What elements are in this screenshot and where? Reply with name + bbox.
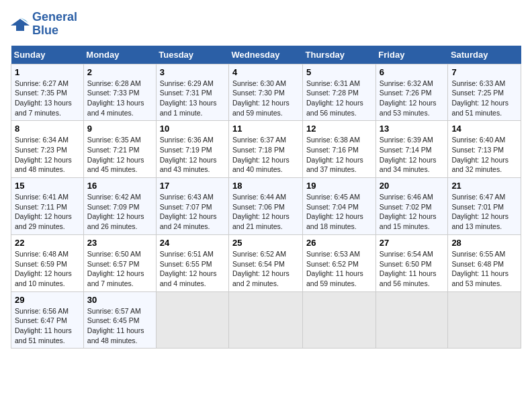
- day-number: 21: [451, 181, 517, 191]
- day-info: Sunrise: 6:40 AM Sunset: 7:13 PM Dayligh…: [451, 135, 517, 175]
- calendar-week-row: 22Sunrise: 6:48 AM Sunset: 6:59 PM Dayli…: [11, 234, 521, 291]
- day-number: 2: [87, 67, 152, 77]
- day-info: Sunrise: 6:55 AM Sunset: 6:48 PM Dayligh…: [451, 249, 517, 289]
- calendar-cell: [303, 291, 376, 349]
- weekday-header-wednesday: Wednesday: [229, 46, 303, 64]
- day-info: Sunrise: 6:47 AM Sunset: 7:01 PM Dayligh…: [451, 192, 517, 232]
- calendar-cell: 24Sunrise: 6:51 AM Sunset: 6:55 PM Dayli…: [156, 234, 228, 291]
- day-info: Sunrise: 6:31 AM Sunset: 7:28 PM Dayligh…: [306, 79, 372, 118]
- calendar-cell: 26Sunrise: 6:53 AM Sunset: 6:52 PM Dayli…: [303, 234, 376, 291]
- day-info: Sunrise: 6:42 AM Sunset: 7:09 PM Dayligh…: [87, 192, 152, 232]
- day-info: Sunrise: 6:51 AM Sunset: 6:55 PM Dayligh…: [160, 249, 225, 289]
- day-number: 3: [160, 67, 225, 77]
- day-number: 25: [232, 238, 299, 248]
- day-info: Sunrise: 6:46 AM Sunset: 7:02 PM Dayligh…: [380, 192, 445, 232]
- day-info: Sunrise: 6:57 AM Sunset: 6:45 PM Dayligh…: [87, 306, 152, 346]
- day-info: Sunrise: 6:32 AM Sunset: 7:26 PM Dayligh…: [380, 79, 445, 118]
- day-info: Sunrise: 6:36 AM Sunset: 7:19 PM Dayligh…: [160, 135, 225, 175]
- calendar-cell: 25Sunrise: 6:52 AM Sunset: 6:54 PM Dayli…: [229, 234, 303, 291]
- day-number: 5: [306, 67, 372, 77]
- day-number: 8: [15, 124, 80, 134]
- day-number: 13: [380, 124, 445, 134]
- calendar-cell: 11Sunrise: 6:37 AM Sunset: 7:18 PM Dayli…: [229, 121, 303, 178]
- calendar-cell: 4Sunrise: 6:30 AM Sunset: 7:30 PM Daylig…: [229, 64, 303, 121]
- calendar-week-row: 15Sunrise: 6:41 AM Sunset: 7:11 PM Dayli…: [11, 178, 521, 235]
- day-info: Sunrise: 6:43 AM Sunset: 7:07 PM Dayligh…: [160, 192, 225, 232]
- day-info: Sunrise: 6:56 AM Sunset: 6:47 PM Dayligh…: [15, 306, 80, 346]
- calendar-table: SundayMondayTuesdayWednesdayThursdayFrid…: [11, 46, 521, 349]
- day-number: 4: [232, 67, 299, 77]
- day-info: Sunrise: 6:54 AM Sunset: 6:50 PM Dayligh…: [380, 249, 445, 289]
- svg-marker-0: [11, 19, 30, 31]
- calendar-cell: [229, 291, 303, 349]
- logo-icon: [11, 16, 30, 32]
- calendar-cell: 3Sunrise: 6:29 AM Sunset: 7:31 PM Daylig…: [156, 64, 228, 121]
- page-header: General Blue: [11, 11, 521, 38]
- day-number: 7: [451, 67, 517, 77]
- day-info: Sunrise: 6:35 AM Sunset: 7:21 PM Dayligh…: [87, 135, 152, 175]
- weekday-header-sunday: Sunday: [11, 46, 84, 64]
- calendar-cell: 22Sunrise: 6:48 AM Sunset: 6:59 PM Dayli…: [11, 234, 84, 291]
- calendar-cell: 14Sunrise: 6:40 AM Sunset: 7:13 PM Dayli…: [448, 121, 521, 178]
- day-number: 29: [15, 295, 80, 305]
- calendar-week-row: 29Sunrise: 6:56 AM Sunset: 6:47 PM Dayli…: [11, 291, 521, 349]
- calendar-cell: 2Sunrise: 6:28 AM Sunset: 7:33 PM Daylig…: [83, 64, 156, 121]
- day-number: 18: [232, 181, 299, 191]
- calendar-cell: 21Sunrise: 6:47 AM Sunset: 7:01 PM Dayli…: [448, 178, 521, 235]
- calendar-cell: 19Sunrise: 6:45 AM Sunset: 7:04 PM Dayli…: [303, 178, 376, 235]
- day-info: Sunrise: 6:33 AM Sunset: 7:25 PM Dayligh…: [451, 79, 517, 118]
- calendar-cell: [448, 291, 521, 349]
- day-number: 17: [160, 181, 225, 191]
- day-info: Sunrise: 6:48 AM Sunset: 6:59 PM Dayligh…: [15, 249, 80, 289]
- calendar-cell: 12Sunrise: 6:38 AM Sunset: 7:16 PM Dayli…: [303, 121, 376, 178]
- day-number: 10: [160, 124, 225, 134]
- day-info: Sunrise: 6:41 AM Sunset: 7:11 PM Dayligh…: [15, 192, 80, 232]
- calendar-cell: 9Sunrise: 6:35 AM Sunset: 7:21 PM Daylig…: [83, 121, 156, 178]
- day-number: 19: [306, 181, 372, 191]
- weekday-header-thursday: Thursday: [303, 46, 376, 64]
- calendar-cell: 10Sunrise: 6:36 AM Sunset: 7:19 PM Dayli…: [156, 121, 228, 178]
- day-info: Sunrise: 6:50 AM Sunset: 6:57 PM Dayligh…: [87, 249, 152, 289]
- calendar-week-row: 1Sunrise: 6:27 AM Sunset: 7:35 PM Daylig…: [11, 64, 521, 121]
- calendar-cell: 15Sunrise: 6:41 AM Sunset: 7:11 PM Dayli…: [11, 178, 84, 235]
- day-number: 11: [232, 124, 299, 134]
- calendar-cell: 18Sunrise: 6:44 AM Sunset: 7:06 PM Dayli…: [229, 178, 303, 235]
- calendar-cell: 7Sunrise: 6:33 AM Sunset: 7:25 PM Daylig…: [448, 64, 521, 121]
- day-number: 16: [87, 181, 152, 191]
- day-number: 14: [451, 124, 517, 134]
- day-info: Sunrise: 6:29 AM Sunset: 7:31 PM Dayligh…: [160, 79, 225, 118]
- day-info: Sunrise: 6:53 AM Sunset: 6:52 PM Dayligh…: [306, 249, 372, 289]
- day-number: 1: [15, 67, 80, 77]
- weekday-header-saturday: Saturday: [448, 46, 521, 64]
- day-number: 27: [380, 238, 445, 248]
- calendar-cell: 17Sunrise: 6:43 AM Sunset: 7:07 PM Dayli…: [156, 178, 228, 235]
- day-number: 24: [160, 238, 225, 248]
- day-number: 15: [15, 181, 80, 191]
- day-number: 6: [380, 67, 445, 77]
- calendar-cell: [156, 291, 228, 349]
- day-info: Sunrise: 6:34 AM Sunset: 7:23 PM Dayligh…: [15, 135, 80, 175]
- day-info: Sunrise: 6:37 AM Sunset: 7:18 PM Dayligh…: [232, 135, 299, 175]
- calendar-cell: 13Sunrise: 6:39 AM Sunset: 7:14 PM Dayli…: [375, 121, 448, 178]
- weekday-header-friday: Friday: [375, 46, 448, 64]
- calendar-cell: 23Sunrise: 6:50 AM Sunset: 6:57 PM Dayli…: [83, 234, 156, 291]
- calendar-cell: 27Sunrise: 6:54 AM Sunset: 6:50 PM Dayli…: [375, 234, 448, 291]
- day-info: Sunrise: 6:44 AM Sunset: 7:06 PM Dayligh…: [232, 192, 299, 232]
- weekday-header-row: SundayMondayTuesdayWednesdayThursdayFrid…: [11, 46, 521, 64]
- calendar-cell: [375, 291, 448, 349]
- calendar-cell: 8Sunrise: 6:34 AM Sunset: 7:23 PM Daylig…: [11, 121, 84, 178]
- logo: General Blue: [11, 11, 77, 38]
- day-number: 20: [380, 181, 445, 191]
- weekday-header-monday: Monday: [83, 46, 156, 64]
- calendar-week-row: 8Sunrise: 6:34 AM Sunset: 7:23 PM Daylig…: [11, 121, 521, 178]
- day-number: 12: [306, 124, 372, 134]
- day-number: 22: [15, 238, 80, 248]
- calendar-cell: 20Sunrise: 6:46 AM Sunset: 7:02 PM Dayli…: [375, 178, 448, 235]
- calendar-cell: 29Sunrise: 6:56 AM Sunset: 6:47 PM Dayli…: [11, 291, 84, 349]
- day-number: 26: [306, 238, 372, 248]
- calendar-cell: 28Sunrise: 6:55 AM Sunset: 6:48 PM Dayli…: [448, 234, 521, 291]
- logo-text: General Blue: [32, 11, 77, 38]
- calendar-cell: 1Sunrise: 6:27 AM Sunset: 7:35 PM Daylig…: [11, 64, 84, 121]
- calendar-cell: 30Sunrise: 6:57 AM Sunset: 6:45 PM Dayli…: [83, 291, 156, 349]
- day-info: Sunrise: 6:30 AM Sunset: 7:30 PM Dayligh…: [232, 79, 299, 118]
